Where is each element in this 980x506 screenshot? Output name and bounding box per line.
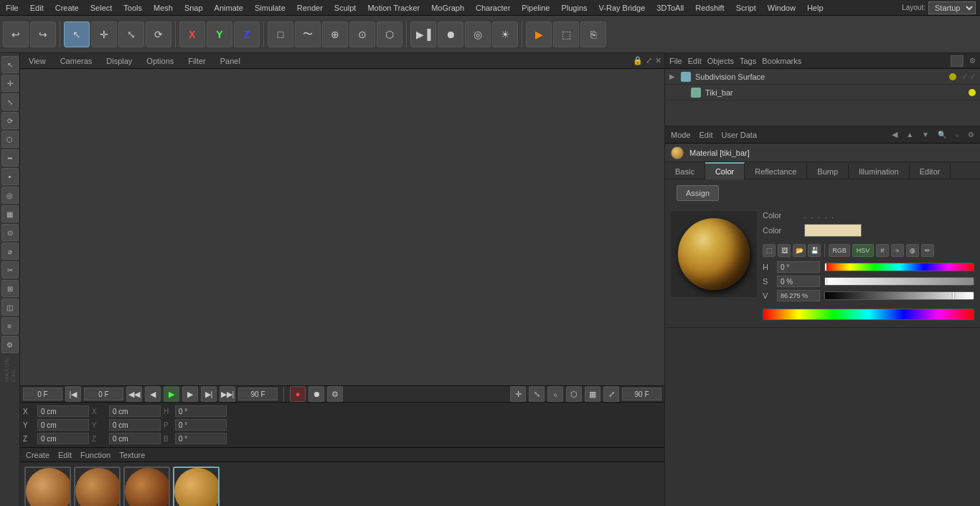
- mat-header-function[interactable]: Function: [80, 451, 110, 459]
- assign-button[interactable]: Assign: [677, 185, 719, 201]
- left-bridge-btn[interactable]: ≡: [1, 317, 19, 334]
- mat-header-texture[interactable]: Texture: [119, 451, 145, 459]
- x-rot-input[interactable]: [175, 406, 227, 417]
- hsv-h-input[interactable]: [777, 261, 820, 273]
- menu-plugins[interactable]: Plugins: [555, 2, 593, 14]
- mat-thumb-3[interactable]: [123, 467, 170, 506]
- color-hex-btn[interactable]: #: [876, 244, 889, 257]
- spline-button[interactable]: 〜: [295, 22, 321, 47]
- scene-button[interactable]: ⬡: [377, 22, 402, 47]
- axis-z-button[interactable]: Z: [234, 22, 260, 47]
- hsv-v-input[interactable]: [777, 290, 820, 301]
- deformer-button[interactable]: ⊙: [349, 22, 375, 47]
- mat-thumb-2[interactable]: [74, 467, 121, 506]
- timeline-settings-btn[interactable]: ⚙: [327, 386, 343, 402]
- menu-vray[interactable]: V-Ray Bridge: [593, 2, 651, 14]
- render-active-button[interactable]: ⎘: [580, 22, 606, 47]
- left-loop-btn[interactable]: ◎: [1, 187, 19, 204]
- color-eyedropper-btn[interactable]: ✏: [921, 244, 934, 257]
- med-userdata-btn[interactable]: User Data: [722, 131, 758, 139]
- start-frame-input[interactable]: [84, 388, 123, 400]
- move-tool-button[interactable]: ✛: [91, 22, 117, 47]
- next-key-btn[interactable]: ▶|: [201, 386, 217, 402]
- mat-tab-basic[interactable]: Basic: [665, 162, 705, 179]
- left-point-btn[interactable]: •: [1, 168, 19, 185]
- x-size-input[interactable]: [109, 406, 161, 417]
- light-button[interactable]: ☀: [492, 22, 518, 47]
- select-tool-button[interactable]: ↖: [64, 22, 90, 47]
- record-button[interactable]: ⏺: [438, 22, 463, 47]
- viewport-expand-icon[interactable]: ⤢: [646, 56, 652, 65]
- menu-window[interactable]: Window: [762, 2, 801, 14]
- menu-tools[interactable]: Tools: [118, 2, 148, 14]
- color-swatch[interactable]: [804, 224, 862, 237]
- left-bevel-btn[interactable]: ◫: [1, 299, 19, 316]
- viewport-tab-panel[interactable]: Panel: [215, 55, 246, 67]
- end-frame-input2[interactable]: [622, 388, 661, 400]
- hsv-h-slider[interactable]: [824, 263, 974, 271]
- menu-file[interactable]: File: [0, 2, 24, 14]
- menu-motion-tracker[interactable]: Motion Tracker: [362, 2, 425, 14]
- x-pos-input[interactable]: [37, 406, 89, 417]
- camera-button[interactable]: ◎: [465, 22, 491, 47]
- current-frame-input[interactable]: [23, 388, 62, 400]
- menu-help[interactable]: Help: [801, 2, 829, 14]
- obj-header-edit[interactable]: Edit: [688, 57, 702, 65]
- move-tool-tl-btn[interactable]: ✛: [510, 386, 526, 402]
- left-move-btn[interactable]: ✛: [1, 75, 19, 92]
- hsv-s-slider[interactable]: [824, 277, 974, 286]
- obj-header-bookmarks[interactable]: Bookmarks: [762, 57, 801, 65]
- obj-header-tags[interactable]: Tags: [740, 57, 756, 65]
- key-btn[interactable]: ⬦: [547, 386, 563, 402]
- color-load-btn[interactable]: 📂: [793, 244, 806, 257]
- left-poly-btn[interactable]: ⬡: [1, 131, 19, 148]
- redo-button[interactable]: ↪: [30, 22, 56, 47]
- left-brush-btn[interactable]: ⌀: [1, 243, 19, 260]
- menu-mograph[interactable]: MoGraph: [425, 2, 470, 14]
- med-down-btn[interactable]: ▼: [922, 131, 929, 139]
- menu-sculpt[interactable]: Sculpt: [329, 2, 362, 14]
- axis-x-button[interactable]: X: [179, 22, 205, 47]
- menu-mesh[interactable]: Mesh: [148, 2, 179, 14]
- viewport-tab-display[interactable]: Display: [100, 55, 138, 67]
- left-fill-btn[interactable]: ▦: [1, 205, 19, 222]
- menu-3dtoall[interactable]: 3DToAll: [651, 2, 689, 14]
- hsv-s-input[interactable]: [777, 276, 820, 287]
- color-mix-btn[interactable]: ≈: [891, 244, 904, 257]
- z-rot-input[interactable]: [175, 433, 227, 444]
- mat-thumb-1[interactable]: [24, 467, 71, 506]
- med-key-btn[interactable]: ⬦: [955, 131, 959, 139]
- menu-select[interactable]: Select: [85, 2, 118, 14]
- search-box[interactable]: [951, 55, 963, 67]
- viewport-tab-view[interactable]: View: [23, 55, 52, 67]
- mat-tab-editor[interactable]: Editor: [910, 162, 951, 179]
- menu-create[interactable]: Create: [50, 2, 85, 14]
- prev-key-btn[interactable]: |◀: [65, 386, 81, 402]
- undo-button[interactable]: ↩: [3, 22, 29, 47]
- menu-pipeline[interactable]: Pipeline: [516, 2, 555, 14]
- color-image-btn[interactable]: 🖼: [778, 244, 791, 257]
- y-pos-input[interactable]: [37, 419, 89, 431]
- mat-header-create[interactable]: Create: [26, 451, 50, 459]
- z-size-input[interactable]: [109, 433, 161, 444]
- menu-snap[interactable]: Snap: [179, 2, 209, 14]
- scale-tool-tl-btn[interactable]: ⤡: [529, 386, 545, 402]
- menu-script[interactable]: Script: [730, 2, 762, 14]
- viewport-close-icon[interactable]: ✕: [655, 56, 661, 65]
- menu-character[interactable]: Character: [470, 2, 516, 14]
- menu-render[interactable]: Render: [291, 2, 329, 14]
- left-extrude-btn[interactable]: ⊞: [1, 280, 19, 297]
- left-scale-btn[interactable]: ⤡: [1, 93, 19, 111]
- menu-edit[interactable]: Edit: [24, 2, 50, 14]
- render-region-button[interactable]: ⬚: [553, 22, 579, 47]
- left-knife-btn[interactable]: ✂: [1, 261, 19, 278]
- tangent-btn[interactable]: ⬡: [566, 386, 582, 402]
- render-button[interactable]: ▶: [526, 22, 552, 47]
- film-btn[interactable]: ▦: [585, 386, 600, 402]
- mat-header-edit[interactable]: Edit: [58, 451, 72, 459]
- color-save-btn[interactable]: 💾: [808, 244, 821, 257]
- timeline-button[interactable]: ▶▐: [410, 22, 436, 47]
- z-pos-input[interactable]: [37, 433, 89, 444]
- menu-animate[interactable]: Animate: [209, 2, 249, 14]
- box-object-button[interactable]: □: [268, 22, 293, 47]
